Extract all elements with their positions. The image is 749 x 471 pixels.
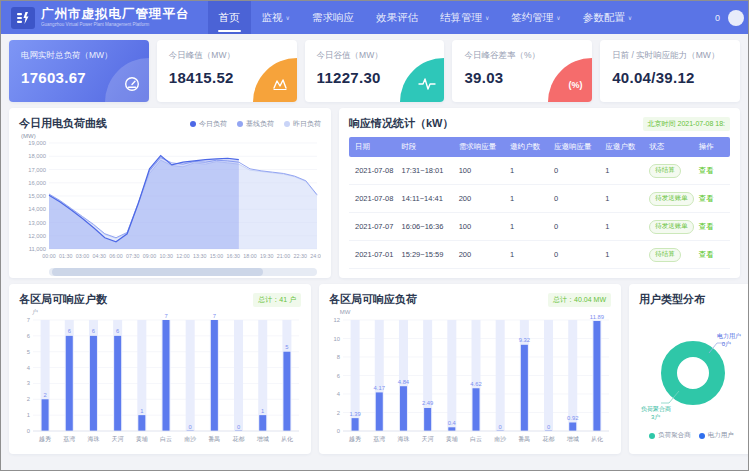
status-badge: 待结算 xyxy=(649,248,681,262)
bar[interactable] xyxy=(66,336,73,431)
menu-item-demand-response[interactable]: 需求响应 xyxy=(301,1,365,34)
svg-text:0: 0 xyxy=(237,424,240,430)
svg-text:03:00: 03:00 xyxy=(76,253,89,259)
district-load-title: 各区局可响应负荷 xyxy=(329,292,417,307)
svg-text:南沙: 南沙 xyxy=(494,436,506,442)
table-cell: 0 xyxy=(551,213,602,241)
svg-text:18,000: 18,000 xyxy=(28,153,46,159)
table-cell: 2021-07-08 xyxy=(349,157,399,185)
bar[interactable] xyxy=(521,345,528,431)
district-load-card: 各区局可响应负荷 总计：40.04 MW MW0246810121.39越秀4.… xyxy=(319,284,621,454)
svg-text:1.39: 1.39 xyxy=(349,411,360,417)
svg-text:00:00: 00:00 xyxy=(42,253,55,259)
svg-text:番禺: 番禺 xyxy=(518,435,530,443)
svg-text:(%): (%) xyxy=(568,80,582,90)
svg-text:7: 7 xyxy=(27,317,30,323)
table-cell: 0 xyxy=(551,241,602,269)
callout-power-users-value: 0户 xyxy=(722,340,731,347)
district-load-bar-chart: MW0246810121.39越秀4.17荔湾4.84海珠2.49天河0.4黄埔… xyxy=(329,307,611,445)
kpi-title: 今日峰值（MW） xyxy=(169,50,285,62)
svg-text:0: 0 xyxy=(27,428,30,434)
svg-text:花都: 花都 xyxy=(543,436,555,443)
legend-item-today[interactable]: 今日负荷 xyxy=(190,119,227,129)
user-avatar[interactable] xyxy=(728,10,744,26)
bar[interactable] xyxy=(163,320,170,431)
svg-text:黄埔: 黄埔 xyxy=(136,436,148,442)
svg-text:0.4: 0.4 xyxy=(448,420,457,426)
table-row: 2021-07-0716:06~16:36100101待发送账单查看 xyxy=(349,213,730,241)
bar[interactable] xyxy=(473,388,480,431)
svg-text:11.89: 11.89 xyxy=(590,314,604,320)
svg-text:2: 2 xyxy=(337,410,340,416)
svg-text:3: 3 xyxy=(27,380,30,386)
response-stats-card: 响应情况统计（kW） 北京时间 2021-07-08 18: 日期时段需求响应量… xyxy=(339,108,740,278)
view-link[interactable]: 查看 xyxy=(699,166,714,175)
column-header: 状态 xyxy=(646,137,696,157)
svg-text:荔湾: 荔湾 xyxy=(373,435,385,443)
svg-text:16:30: 16:30 xyxy=(227,253,240,259)
view-link[interactable]: 查看 xyxy=(699,194,714,203)
bar[interactable] xyxy=(259,415,266,431)
kpi-title: 今日峰谷差率（%） xyxy=(464,50,580,62)
svg-text:南沙: 南沙 xyxy=(184,436,196,442)
user-type-card: 用户类型分布 电力用户 0户 负荷聚合商 3户 负荷聚合商 电力用户 xyxy=(629,284,749,454)
bar[interactable] xyxy=(42,399,49,431)
svg-text:19,000: 19,000 xyxy=(28,140,46,146)
svg-text:5: 5 xyxy=(285,344,288,350)
legend-item-baseline[interactable]: 基线负荷 xyxy=(237,119,274,129)
menu-item-parameters[interactable]: 参数配置∨ xyxy=(572,1,643,34)
table-cell: 1 xyxy=(602,213,646,241)
bar[interactable] xyxy=(211,320,218,431)
svg-text:越秀: 越秀 xyxy=(39,435,51,443)
district-users-title: 各区局可响应户数 xyxy=(19,292,107,307)
top-nav: 广州市虚拟电厂管理平台 Guangzhou Virtual Power Plan… xyxy=(1,1,748,34)
svg-text:7: 7 xyxy=(164,313,167,319)
menu-item-contract[interactable]: 签约管理∨ xyxy=(500,1,571,34)
bar[interactable] xyxy=(138,415,145,431)
table-row: 2021-07-0115:29~15:59200101待结算查看 xyxy=(349,241,730,269)
donut-slice-aggregator[interactable] xyxy=(669,349,717,397)
svg-text:12:00: 12:00 xyxy=(176,253,189,259)
bar[interactable] xyxy=(448,427,455,431)
table-cell: 1 xyxy=(507,185,551,213)
svg-text:海珠: 海珠 xyxy=(397,436,409,442)
bar[interactable] xyxy=(424,408,431,431)
bar[interactable] xyxy=(352,418,359,431)
table-cell: 17:31~18:01 xyxy=(399,157,456,185)
menu-item-monitor[interactable]: 监视∨ xyxy=(251,1,301,34)
notification-count[interactable]: 0 xyxy=(715,13,720,23)
slider-fill[interactable] xyxy=(52,268,264,276)
app-subtitle: Guangzhou Virtual Power Plant Management… xyxy=(41,23,190,28)
menu-item-settlement[interactable]: 结算管理∨ xyxy=(429,1,500,34)
bar[interactable] xyxy=(90,336,97,431)
bar[interactable] xyxy=(400,386,407,431)
bar-track xyxy=(258,320,267,431)
column-header: 邀约户数 xyxy=(507,137,551,157)
gauge-icon xyxy=(105,58,149,102)
svg-text:MW: MW xyxy=(340,309,351,315)
bar[interactable] xyxy=(114,336,121,431)
response-stats-title: 响应情况统计（kW） xyxy=(349,116,454,131)
legend-item-aggregator[interactable]: 负荷聚合商 xyxy=(649,431,691,440)
svg-text:4.62: 4.62 xyxy=(470,381,481,387)
load-line-chart: 11,00012,00013,00014,00015,00016,00017,0… xyxy=(19,139,321,261)
legend-item-power-user[interactable]: 电力用户 xyxy=(699,431,734,440)
view-link[interactable]: 查看 xyxy=(699,250,714,259)
view-link[interactable]: 查看 xyxy=(699,222,714,231)
bar[interactable] xyxy=(593,321,600,431)
kpi-value: 40.04/39.12 xyxy=(612,69,728,86)
bar[interactable] xyxy=(569,422,576,431)
bar[interactable] xyxy=(283,352,290,431)
table-row: 2021-07-0814:11~14:41200101待发送账单查看 xyxy=(349,185,730,213)
legend-item-yesterday[interactable]: 昨日负荷 xyxy=(284,119,321,129)
svg-text:22:30: 22:30 xyxy=(294,253,307,259)
svg-text:06:00: 06:00 xyxy=(109,253,122,259)
kpi-card-today-peak: 今日峰值（MW） 18415.52 xyxy=(157,40,297,102)
chart-range-slider[interactable] xyxy=(49,268,317,276)
kpi-title: 今日谷值（MW） xyxy=(317,50,433,62)
menu-item-effect-eval[interactable]: 效果评估 xyxy=(365,1,429,34)
menu-item-home[interactable]: 首页 xyxy=(208,1,251,34)
bar-track xyxy=(186,320,195,431)
legend-dot xyxy=(190,121,196,127)
bar[interactable] xyxy=(376,392,383,431)
